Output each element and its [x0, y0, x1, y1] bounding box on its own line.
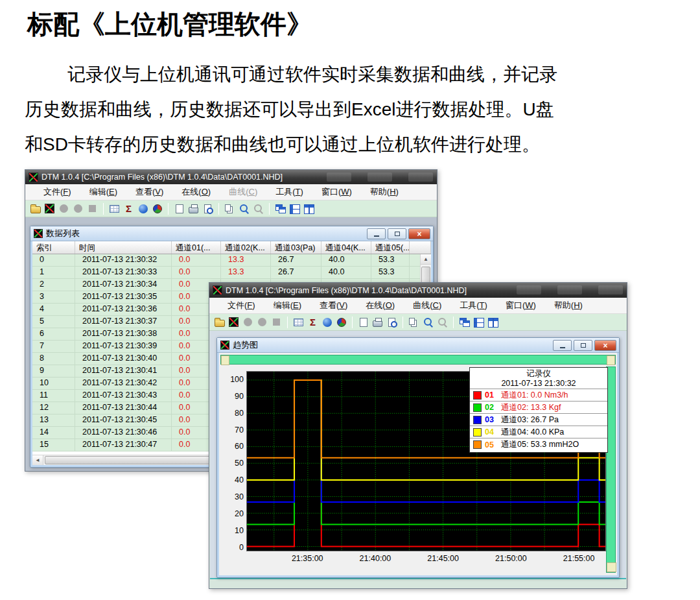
menu-item[interactable]: 在线(O) [356, 300, 404, 311]
menu-item[interactable]: 在线(O) [172, 186, 220, 198]
legend-swatch [473, 428, 482, 437]
y-tick-label: 60 [220, 442, 244, 451]
table-cell: 5 [32, 316, 75, 328]
legend-swatch [473, 416, 482, 424]
menu-item[interactable]: 编辑(E) [264, 300, 310, 311]
pie-chart-icon[interactable] [336, 317, 347, 328]
table-cell: 0 [32, 254, 75, 266]
close-button[interactable]: × [594, 340, 616, 351]
info-icon[interactable] [321, 317, 332, 328]
menu-item[interactable]: 帮助(H) [545, 300, 592, 311]
print-preview-icon[interactable] [386, 317, 397, 328]
open-file-icon[interactable] [214, 317, 225, 328]
table-cell: 13.3 [221, 254, 271, 266]
chart-horizontal-scrollbar[interactable] [220, 355, 616, 365]
stop-disabled-icon[interactable] [271, 317, 282, 328]
column-header[interactable]: 通道05(... [371, 241, 410, 254]
menu-item[interactable]: 窗口(W) [496, 300, 545, 311]
info-icon[interactable] [137, 203, 148, 214]
menu-item[interactable]: 帮助(H) [361, 186, 408, 198]
close-button[interactable]: × [408, 228, 430, 239]
tile-vertical-icon[interactable] [303, 203, 314, 214]
trend-titlebar[interactable]: 趋势图 × [217, 338, 619, 353]
data-list-title-buttons: × [367, 228, 430, 239]
data-list-titlebar[interactable]: 数据列表 × [30, 226, 433, 241]
cascade-windows-icon[interactable] [275, 203, 286, 214]
tile-horizontal-icon[interactable] [289, 203, 300, 214]
maximize-button[interactable] [368, 173, 392, 182]
print-preview-icon[interactable] [202, 203, 213, 214]
stop-disabled-icon[interactable] [87, 203, 98, 214]
menu-item[interactable]: 工具(T) [266, 186, 312, 198]
scroll-left-icon[interactable]: ◄ [32, 455, 43, 465]
zoom-in-icon[interactable] [239, 203, 250, 214]
print-icon[interactable] [372, 317, 383, 328]
column-header[interactable]: 通道02(K... [221, 241, 271, 254]
minimize-button[interactable] [553, 340, 572, 351]
data-grid-icon[interactable] [109, 203, 120, 214]
y-tick-label: 0 [220, 543, 244, 552]
export-excel-icon[interactable] [358, 317, 369, 328]
close-button[interactable] [408, 173, 433, 182]
dtm-logo-icon[interactable] [44, 203, 55, 214]
window2-titlebar[interactable]: DTM 1.0.4 [C:\Program Files (x86)\DTM 1.… [209, 283, 627, 298]
maximize-button[interactable] [557, 285, 582, 294]
open-file-icon[interactable] [30, 203, 41, 214]
record-disabled-icon[interactable] [58, 203, 69, 214]
zoom-in-icon[interactable] [423, 317, 434, 328]
table-cell: 2011-07-13 21:30:32 [75, 254, 172, 266]
table-cell: 1 [32, 267, 75, 278]
legend-channel-id: 02 [485, 403, 498, 412]
column-header[interactable]: 通道01(... [172, 241, 221, 254]
pause-disabled-icon[interactable] [257, 317, 268, 328]
data-grid-icon[interactable] [293, 317, 304, 328]
legend-rows: 01通道01: 0.0 Nm3/h02通道02: 13.3 Kgf03通道03:… [470, 389, 607, 451]
column-header[interactable]: 索引 [32, 241, 75, 254]
table-row[interactable]: 02011-07-13 21:30:320.013.326.740.053.3 [32, 254, 431, 267]
legend-channel-label: 通道05: 53.3 mmH2O [501, 439, 579, 450]
menu-item[interactable]: 文件(F) [34, 186, 80, 198]
print-icon[interactable] [188, 203, 199, 214]
copy-icon[interactable] [224, 203, 235, 214]
export-excel-icon[interactable] [174, 203, 185, 214]
menu-item[interactable]: 查看(V) [126, 186, 172, 198]
y-tick-label: 30 [220, 492, 244, 501]
menu-item[interactable]: 曲线(C) [404, 300, 450, 311]
legend-swatch [473, 403, 482, 412]
minimize-button[interactable] [367, 228, 386, 239]
legend-entry: 04通道04: 40.0 KPa [470, 426, 607, 438]
legend-channel-id: 01 [485, 390, 498, 400]
maximize-button[interactable] [574, 340, 592, 351]
tile-horizontal-icon[interactable] [473, 317, 484, 328]
table-cell: 3 [32, 291, 75, 303]
x-tick-label: 21:55:00 [563, 554, 595, 563]
window1-titlebar[interactable]: DTM 1.0.4 [C:\Program Files (x86)\DTM 1.… [25, 170, 437, 184]
maximize-button[interactable] [388, 228, 406, 239]
pause-disabled-icon[interactable] [73, 203, 84, 214]
pie-chart-icon[interactable] [152, 203, 163, 214]
menu-item[interactable]: 编辑(E) [80, 186, 126, 198]
menu-item[interactable]: 查看(V) [310, 300, 356, 311]
statistics-sigma-icon[interactable] [307, 317, 318, 328]
copy-icon[interactable] [408, 317, 419, 328]
record-disabled-icon[interactable] [242, 317, 253, 328]
table-row[interactable]: 12011-07-13 21:30:330.013.326.740.053.3 [32, 267, 431, 279]
cascade-windows-icon[interactable] [459, 317, 470, 328]
minimize-button[interactable] [517, 285, 541, 294]
menu-item[interactable]: 文件(F) [218, 300, 264, 311]
close-button[interactable] [598, 285, 623, 294]
x-tick-label: 21:50:00 [495, 554, 527, 563]
column-header[interactable]: 通道03(Pa) [271, 241, 321, 254]
statistics-sigma-icon[interactable] [123, 203, 134, 214]
column-header[interactable]: 时间 [75, 241, 172, 254]
tile-vertical-icon[interactable] [487, 317, 498, 328]
zoom-out-disabled-icon[interactable] [253, 203, 264, 214]
menu-item[interactable]: 窗口(W) [312, 186, 361, 198]
menu-item[interactable]: 曲线(C) [220, 186, 266, 198]
minimize-button[interactable] [327, 173, 351, 182]
scroll-up-icon[interactable]: ▲ [421, 254, 431, 265]
dtm-logo-icon[interactable] [228, 317, 239, 328]
menu-item[interactable]: 工具(T) [450, 300, 496, 311]
column-header[interactable]: 通道04(K... [321, 241, 371, 254]
zoom-out-disabled-icon[interactable] [437, 317, 448, 328]
